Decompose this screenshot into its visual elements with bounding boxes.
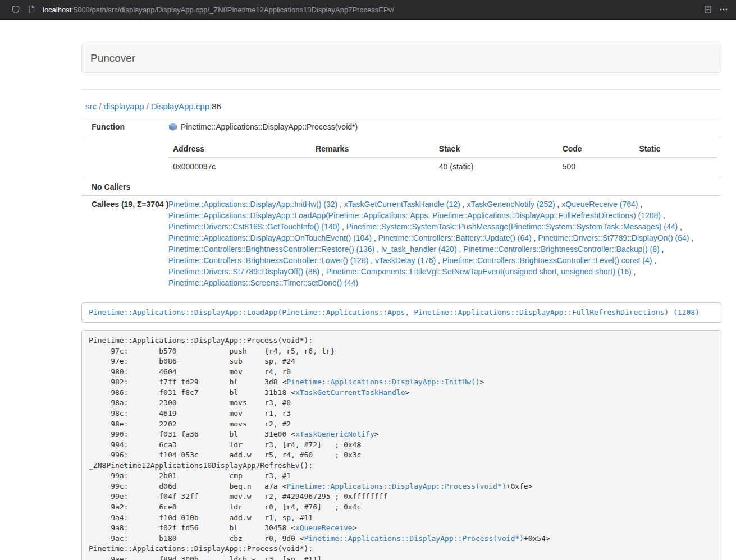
- url-path: :5000/path/src/displayapp/DisplayApp.cpp…: [71, 6, 394, 14]
- remarks-value: [311, 158, 435, 175]
- no-callers-label: No Callers: [81, 178, 164, 196]
- shield-icon-svg: [11, 5, 20, 14]
- stats-table: Address Remarks Stack Code Static 0x0000…: [168, 140, 717, 175]
- callee-link[interactable]: Pinetime::Components::LittleVgl::SetNewT…: [326, 267, 632, 276]
- static-value: [634, 158, 717, 175]
- breadcrumb-separator: /: [144, 102, 151, 111]
- callee-link[interactable]: Pinetime::Applications::DisplayApp::Load…: [168, 211, 661, 220]
- callee-link[interactable]: Pinetime::Applications::Screens::Timer::…: [168, 278, 358, 287]
- disassembly-block: Pinetime::Applications::DisplayApp::Proc…: [81, 330, 721, 560]
- url-bar[interactable]: localhost:5000/path/src/displayapp/Displ…: [43, 6, 394, 14]
- code-symbol-link[interactable]: Pinetime::Applications::DisplayApp::Init…: [286, 378, 479, 386]
- column-remarks: Remarks: [311, 140, 435, 158]
- callee-link[interactable]: Pinetime::Drivers::St7789::DisplayOn() (…: [538, 233, 689, 242]
- code-symbol-link[interactable]: Pinetime::Applications::DisplayApp::Proc…: [286, 482, 506, 490]
- cube-icon-svg: [168, 122, 177, 131]
- callee-link[interactable]: Pinetime::Controllers::Battery::Update()…: [378, 233, 532, 242]
- callee-link[interactable]: xQueueReceive (764): [561, 200, 638, 209]
- callee-link[interactable]: Pinetime::Controllers::BrightnessControl…: [463, 245, 659, 254]
- stats-cell: Address Remarks Stack Code Static 0x0000…: [164, 137, 721, 178]
- function-row: Function Pinetime::Applications::Display…: [81, 118, 721, 137]
- code-symbol-link[interactable]: xTaskGenericNotify: [295, 430, 374, 438]
- callee-link[interactable]: lv_task_handler (420): [381, 245, 457, 254]
- breadcrumb-link[interactable]: displayapp: [104, 102, 144, 111]
- symbol-table: Function Pinetime::Applications::Display…: [81, 118, 721, 291]
- stats-header-row: Address Remarks Stack Code Static: [168, 140, 717, 158]
- code-symbol-link[interactable]: xQueueReceive: [295, 524, 353, 532]
- stack-value: 40 (static): [435, 158, 558, 175]
- no-callers-row: No Callers: [81, 178, 721, 196]
- reader-mode-icon[interactable]: [700, 2, 716, 17]
- menu-dots-icon[interactable]: [716, 2, 732, 17]
- callees-row: Callees (19, Σ=3704 ) Pinetime::Applicat…: [81, 196, 721, 292]
- page-info-icon[interactable]: [24, 2, 39, 17]
- cube-icon: [168, 122, 177, 134]
- breadcrumb-link[interactable]: DisplayApp.cpp: [151, 102, 209, 111]
- breadcrumb-line-number: :86: [209, 102, 221, 111]
- callee-link[interactable]: Pinetime::System::SystemTask::PushMessag…: [346, 222, 678, 231]
- reader-mode-icon-svg: [703, 5, 712, 14]
- code-size-value: 500: [558, 158, 635, 175]
- divider: [81, 89, 721, 90]
- menu-dots-icon-svg: [719, 5, 728, 14]
- address-value: 0x0000097c: [168, 158, 311, 175]
- callee-link[interactable]: vTaskDelay (176): [375, 256, 436, 265]
- main-content: Puncover src / displayapp / DisplayApp.c…: [81, 44, 721, 560]
- function-name: Pinetime::Applications::DisplayApp::Proc…: [181, 122, 358, 131]
- breadcrumb-link[interactable]: src: [85, 102, 97, 111]
- brand-link[interactable]: Puncover: [90, 52, 135, 65]
- disassembly-pre: Pinetime::Applications::DisplayApp::Proc…: [89, 336, 714, 560]
- code-symbol-link[interactable]: xTaskGetCurrentTaskHandle: [295, 388, 405, 397]
- callee-link[interactable]: Pinetime::Applications::DisplayApp::OnTo…: [168, 233, 372, 242]
- browser-chrome: localhost:5000/path/src/displayapp/Displ…: [0, 0, 736, 20]
- breadcrumb: src / displayapp / DisplayApp.cpp:86: [81, 101, 721, 112]
- column-address: Address: [168, 140, 311, 158]
- stats-row-label: [81, 137, 164, 178]
- function-label: Function: [81, 118, 164, 137]
- navbar: Puncover: [81, 44, 721, 73]
- stats-data-row: 0x0000097c 40 (static) 500: [168, 158, 717, 175]
- callee-link[interactable]: xTaskGenericNotify (252): [467, 200, 555, 209]
- no-callers-cell: [164, 178, 721, 196]
- column-static: Static: [634, 140, 717, 158]
- callees-cell: Pinetime::Applications::DisplayApp::Init…: [164, 196, 721, 292]
- code-symbol-link[interactable]: Pinetime::Applications::DisplayApp::Proc…: [304, 534, 524, 543]
- page-info-icon-svg: [27, 5, 36, 14]
- callee-link[interactable]: xTaskGetCurrentTaskHandle (12): [344, 200, 460, 209]
- column-stack: Stack: [435, 140, 558, 158]
- callee-link[interactable]: Pinetime::Drivers::Cst816S::GetTouchInfo…: [168, 222, 340, 231]
- selected-symbol-link[interactable]: Pinetime::Applications::DisplayApp::Load…: [89, 308, 700, 316]
- callee-link[interactable]: Pinetime::Controllers::BrightnessControl…: [168, 256, 368, 265]
- callee-link[interactable]: Pinetime::Controllers::BrightnessControl…: [442, 256, 652, 265]
- selected-symbol-panel: Pinetime::Applications::DisplayApp::Load…: [81, 302, 721, 323]
- callee-link[interactable]: Pinetime::Drivers::St7789::DisplayOff() …: [168, 267, 319, 276]
- function-name-cell: Pinetime::Applications::DisplayApp::Proc…: [164, 118, 721, 137]
- column-code: Code: [558, 140, 635, 158]
- breadcrumb-separator: /: [97, 102, 104, 111]
- shield-icon[interactable]: [8, 2, 24, 17]
- callee-link[interactable]: Pinetime::Applications::DisplayApp::Init…: [168, 200, 337, 209]
- callee-link[interactable]: Pinetime::Controllers::BrightnessControl…: [168, 245, 374, 254]
- callees-label: Callees (19, Σ=3704 ): [81, 196, 164, 292]
- stats-row: Address Remarks Stack Code Static 0x0000…: [81, 137, 721, 178]
- url-host: localhost: [43, 6, 71, 14]
